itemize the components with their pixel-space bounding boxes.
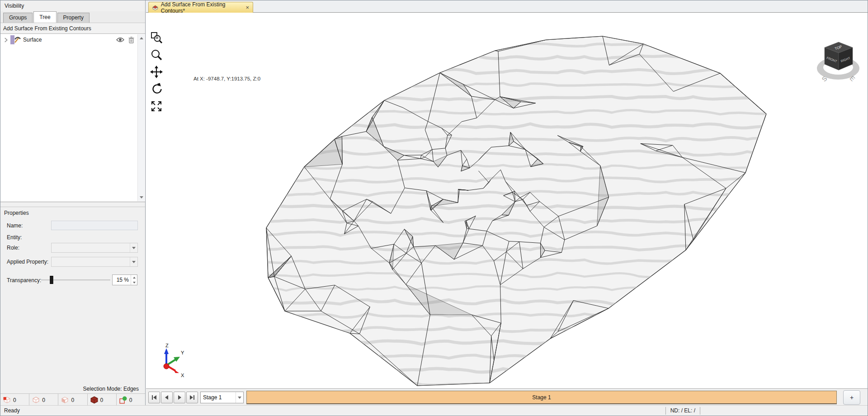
mixed-selection-icon [119, 396, 127, 404]
counter-faces: 0 [58, 394, 87, 406]
main-area: Add Surface From Existing Contours* × [146, 0, 868, 406]
viewport-3d[interactable]: At X: -9748.7, Y:1913.75, Z:0 TOP FRONT … [146, 13, 868, 388]
properties-panel: Properties Name: Entity: Role: Applied P… [0, 207, 145, 385]
counter-value: 0 [13, 397, 16, 403]
name-label: Name: [7, 222, 23, 229]
counter-value: 0 [100, 397, 104, 403]
tab-groups[interactable]: Groups [3, 13, 33, 23]
stage-timeline-label: Stage 1 [532, 394, 551, 401]
surface-document-icon [152, 5, 158, 11]
viewport-toolbar [150, 31, 163, 113]
transparency-slider-handle[interactable] [50, 276, 53, 284]
transparency-decrement-icon[interactable] [131, 280, 137, 285]
document-tab-label: Add Surface From Existing Contours* [161, 1, 243, 14]
visibility-panel-title: Visibility [0, 0, 145, 11]
transparency-increment-icon[interactable] [131, 275, 137, 280]
role-dropdown-icon[interactable] [130, 243, 137, 252]
document-tab[interactable]: Add Surface From Existing Contours* × [148, 2, 253, 13]
first-icon [151, 395, 157, 400]
first-stage-button[interactable] [148, 392, 160, 403]
role-label: Role: [7, 245, 19, 251]
counter-value: 0 [129, 397, 132, 403]
last-icon [189, 395, 195, 400]
previous-stage-button[interactable] [161, 392, 173, 403]
add-stage-button[interactable]: + [843, 390, 860, 405]
status-ready: Ready [0, 407, 20, 414]
visibility-tree: Surface [0, 34, 145, 202]
status-nd-el: ND: / EL: / [665, 407, 700, 415]
visibility-panel: Visibility Groups Tree Property Add Surf… [0, 0, 146, 406]
transparency-value: 15 % [113, 275, 131, 285]
edge-cube-icon [32, 396, 40, 404]
status-bar: Ready ND: / EL: / [0, 405, 868, 416]
axis-z-label: Z [165, 343, 169, 348]
transparency-spinner[interactable]: 15 % [112, 274, 137, 285]
counter-mixed: 0 [116, 394, 145, 406]
tab-tree[interactable]: Tree [33, 11, 56, 23]
role-select[interactable] [51, 243, 138, 253]
entity-label: Entity: [7, 234, 22, 241]
pan-icon[interactable] [150, 65, 163, 79]
applied-property-select[interactable] [51, 257, 138, 267]
zoom-icon[interactable] [150, 48, 163, 61]
counter-edges: 0 [29, 394, 58, 406]
application-window: Visibility Groups Tree Property Add Surf… [0, 0, 868, 416]
selection-counters: 0 0 0 [0, 393, 145, 406]
solid-cube-icon [90, 396, 98, 404]
tree-scrollbar[interactable] [137, 34, 145, 201]
tab-property[interactable]: Property [57, 13, 90, 23]
terrain-mesh-surface[interactable] [146, 13, 868, 388]
name-input[interactable] [51, 221, 138, 230]
counter-vertices: 0 [0, 394, 29, 406]
coordinate-readout: At X: -9748.7, Y:1913.75, Z:0 [193, 76, 260, 81]
tree-header: Add Surface From Existing Contours [0, 23, 145, 34]
scroll-down-icon[interactable] [138, 194, 145, 201]
applied-property-dropdown-icon[interactable] [130, 257, 137, 266]
chevron-right-icon[interactable] [4, 38, 8, 43]
zoom-extents-icon[interactable] [150, 99, 163, 113]
tab-close-icon[interactable]: × [245, 5, 249, 10]
add-stage-label: + [850, 394, 854, 401]
selection-mode-status: Selection Mode: Edges [0, 385, 145, 393]
document-tab-strip: Add Surface From Existing Contours* × [146, 0, 868, 13]
view-cube[interactable]: TOP FRONT RIGHT S E [809, 38, 868, 87]
stage-bar: Stage 1 Stage 1 + [146, 388, 868, 406]
stage-dropdown-icon[interactable] [236, 392, 243, 403]
panel-splitter[interactable] [0, 202, 145, 207]
face-cube-icon [61, 396, 69, 404]
previous-icon [164, 395, 170, 400]
orbit-rotate-icon[interactable] [150, 82, 163, 96]
surface-tool-icon [14, 36, 21, 43]
counter-solids: 0 [87, 394, 116, 406]
next-icon [177, 395, 182, 400]
stage-select-value: Stage 1 [201, 394, 236, 401]
axis-y-label: Y [181, 350, 184, 355]
last-stage-button[interactable] [186, 392, 198, 403]
visibility-eye-icon[interactable] [116, 37, 124, 43]
axis-triad: Z Y X [157, 342, 198, 378]
counter-value: 0 [42, 397, 45, 403]
tree-row-surface[interactable]: Surface [0, 34, 145, 46]
scroll-up-icon[interactable] [138, 34, 145, 42]
vertex-cube-icon [3, 396, 11, 404]
transparency-slider[interactable] [41, 279, 110, 281]
stage-select[interactable]: Stage 1 [200, 392, 244, 403]
next-stage-button[interactable] [174, 392, 185, 403]
transparency-label: Transparency: [7, 277, 41, 284]
zoom-window-icon[interactable] [150, 31, 163, 44]
tree-item-label: Surface [23, 37, 42, 43]
delete-trash-icon[interactable] [128, 37, 134, 43]
visibility-tab-strip: Groups Tree Property [0, 11, 145, 23]
applied-property-label: Applied Property: [7, 259, 48, 265]
properties-title: Properties [4, 210, 29, 216]
axis-x-label: X [181, 373, 184, 378]
counter-value: 0 [71, 397, 74, 403]
stage-timeline-segment[interactable]: Stage 1 [246, 391, 837, 404]
